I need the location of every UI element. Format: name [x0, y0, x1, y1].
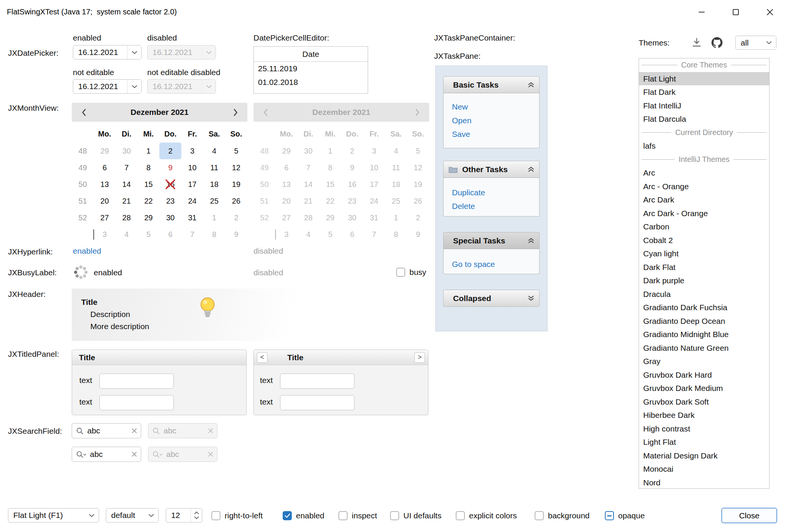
titledpanel-prev-button[interactable]: < [257, 352, 268, 363]
busy-checkbox[interactable] [396, 268, 405, 277]
calendar-day[interactable]: 11 [203, 159, 225, 176]
taskpane-header[interactable]: Collapsed [443, 290, 540, 307]
calendar-day[interactable]: 30 [116, 143, 138, 159]
calendar-day[interactable]: 25 [203, 193, 225, 209]
spinner-buttons[interactable] [190, 508, 202, 522]
titledpanel-text-input[interactable] [99, 373, 174, 389]
theme-list-item[interactable]: Gradianto Dark Fuchsia [639, 301, 769, 314]
expand-chevrons-icon[interactable] [528, 295, 534, 301]
theme-list-item[interactable]: Arc Dark [639, 193, 769, 207]
calendar-day[interactable]: 28 [116, 209, 138, 226]
chevron-down-icon[interactable] [85, 508, 99, 522]
calendar-day[interactable]: 29 [137, 209, 159, 226]
calendar-day[interactable]: 7 [181, 226, 203, 243]
calendar-day[interactable]: 3 [181, 143, 203, 159]
collapse-chevrons-icon[interactable] [528, 166, 534, 173]
datepicker-enabled[interactable]: 16.12.2021 [73, 45, 142, 60]
search-menu-icon[interactable] [76, 450, 87, 458]
theme-list-item[interactable]: Flat Dark [639, 85, 769, 99]
calendar-day[interactable]: 4 [116, 226, 138, 243]
task-link-go-to-space[interactable]: Go to space [452, 257, 539, 271]
checkbox-box[interactable] [605, 511, 614, 520]
calendar-day[interactable]: 30 [159, 209, 181, 226]
searchfield-enabled[interactable]: abc [72, 423, 141, 438]
calendar-day[interactable]: 23 [159, 193, 181, 209]
chevron-down-icon[interactable] [762, 36, 776, 49]
calendar-day[interactable]: 12 [225, 159, 247, 176]
calendar-day[interactable]: 15 [137, 176, 159, 193]
monthview-enabled[interactable]: Dezember 2021 Mo.Di.Mi.Do.Fr.Sa.So.48293… [72, 103, 247, 243]
calendar-day[interactable]: 27 [94, 209, 116, 226]
theme-list-item[interactable]: High contrast [639, 422, 769, 436]
taskpane-header[interactable]: Basic Tasks [443, 76, 540, 93]
titledpanel-text-input[interactable] [280, 395, 354, 410]
theme-list-item[interactable]: Gradianto Midnight Blue [639, 328, 769, 341]
cell-editor-table[interactable]: Date 25.11.2019 01.02.2018 [253, 46, 368, 94]
chevron-down-icon[interactable] [144, 508, 158, 522]
calendar-day[interactable]: 1 [137, 143, 159, 159]
calendar-day[interactable]: 13 [94, 176, 116, 193]
theme-list-item[interactable]: Flat IntelliJ [639, 99, 769, 113]
calendar-day[interactable]: 2 [225, 209, 247, 226]
task-link-delete[interactable]: Delete [452, 199, 539, 213]
theme-list-item[interactable]: Material Design Dark [639, 449, 769, 463]
minimize-button[interactable] [685, 0, 719, 24]
next-month-icon[interactable] [230, 108, 241, 116]
calendar-day[interactable]: 18 [203, 176, 225, 193]
theme-list-item[interactable]: Flat Darcula [639, 112, 769, 126]
spinner-up-icon[interactable] [194, 512, 199, 514]
font-size-spinner[interactable]: 12 [166, 508, 202, 523]
theme-list-item[interactable]: Gray [639, 355, 769, 368]
table-row[interactable]: 01.02.2018 [254, 75, 368, 89]
taskpane-header[interactable]: Other Tasks [443, 161, 540, 178]
checkbox-box[interactable] [338, 511, 348, 520]
theme-list-item[interactable]: Gruvbox Dark Medium [639, 381, 769, 395]
laf-combo[interactable]: Flat Light (F1) [8, 508, 99, 523]
chevron-down-icon[interactable] [127, 46, 141, 59]
clear-search-icon[interactable] [132, 428, 137, 433]
theme-list-item[interactable]: Cyan light [639, 247, 769, 261]
theme-list-item[interactable]: Arc [639, 166, 769, 180]
titledpanel-text-input[interactable] [99, 395, 174, 410]
previous-month-icon[interactable] [78, 108, 89, 116]
calendar-day[interactable]: 3 [94, 226, 116, 243]
calendar-day[interactable]: 8 [203, 226, 225, 243]
hyperlink-enabled[interactable]: enabled [73, 246, 101, 256]
calendar-day[interactable]: 21 [116, 193, 138, 209]
spinner-down-icon[interactable] [194, 516, 199, 519]
checkbox-box[interactable] [456, 511, 465, 520]
calendar-day[interactable]: 10 [181, 159, 203, 176]
calendar-day[interactable]: 1 [203, 209, 225, 226]
calendar-day[interactable]: 16 [159, 176, 181, 193]
theme-list-item[interactable]: Carbon [639, 220, 769, 234]
calendar-day[interactable]: 31 [181, 209, 203, 226]
task-link-open[interactable]: Open [452, 114, 539, 127]
theme-list-item[interactable]: Dracula [639, 287, 769, 301]
theme-list-item[interactable]: Monocai [639, 462, 769, 476]
download-theme-button[interactable] [690, 36, 704, 49]
task-link-save[interactable]: Save [452, 127, 539, 141]
searchfield-value[interactable]: abc [90, 450, 128, 459]
taskpane-header[interactable]: Special Tasks [443, 232, 540, 249]
theme-list-item[interactable]: Dark Flat [639, 261, 769, 274]
maximize-button[interactable] [719, 0, 753, 24]
theme-list-item[interactable]: Gradianto Deep Ocean [639, 314, 769, 328]
github-button[interactable] [710, 36, 724, 49]
calendar-day[interactable]: 9 [225, 226, 247, 243]
datepicker-not-editable[interactable]: 16.12.2021 [73, 79, 142, 94]
calendar-day[interactable]: 29 [94, 143, 116, 159]
calendar-day[interactable]: 26 [225, 193, 247, 209]
checkbox-box[interactable] [211, 511, 220, 520]
calendar-day[interactable]: 4 [203, 143, 225, 159]
theme-list-item[interactable]: Cobalt 2 [639, 234, 769, 247]
titledpanel-text-input[interactable] [280, 373, 354, 389]
theme-list-item[interactable]: Light Flat [639, 435, 769, 449]
calendar-day[interactable]: 2 [159, 143, 181, 159]
calendar-day[interactable]: 6 [159, 226, 181, 243]
checkbox-box[interactable] [535, 511, 544, 520]
calendar-day[interactable]: 17 [181, 176, 203, 193]
task-link-new[interactable]: New [452, 100, 539, 114]
theme-list-item[interactable]: Gruvbox Dark Hard [639, 368, 769, 382]
theme-list-item[interactable]: Gruvbox Dark Soft [639, 395, 769, 409]
theme-list-item[interactable]: Nord [639, 476, 769, 489]
